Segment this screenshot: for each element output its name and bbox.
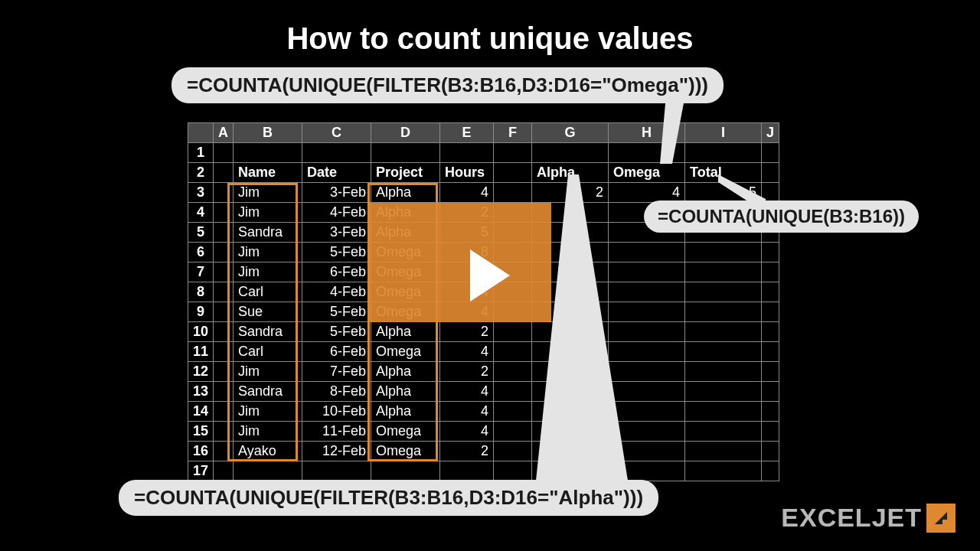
header-name[interactable]: Name [234, 163, 302, 183]
cell[interactable] [685, 461, 762, 481]
row-header[interactable]: 12 [188, 362, 214, 382]
cell-date[interactable]: 4-Feb [302, 203, 371, 223]
cell-date[interactable]: 6-Feb [302, 342, 371, 362]
row-header[interactable]: 9 [188, 302, 214, 322]
table-row[interactable]: 16 Ayako 12-Feb Omega 2 [188, 442, 779, 461]
cell-hours[interactable]: 2 [440, 362, 494, 382]
cell-total[interactable] [685, 342, 762, 362]
cell[interactable] [302, 143, 371, 163]
row-header[interactable]: 3 [188, 183, 214, 203]
row-header[interactable]: 17 [188, 461, 214, 481]
cell-project[interactable]: Alpha [371, 362, 440, 382]
cell[interactable] [494, 382, 532, 402]
cell[interactable] [494, 342, 532, 362]
cell-date[interactable]: 11-Feb [302, 422, 371, 442]
cell-date[interactable]: 3-Feb [302, 223, 371, 243]
cell[interactable] [214, 362, 234, 382]
cell-total[interactable] [685, 322, 762, 342]
cell-project[interactable]: Omega [371, 422, 440, 442]
cell[interactable] [371, 461, 440, 481]
cell[interactable] [494, 183, 532, 203]
row-header[interactable]: 1 [188, 143, 214, 163]
cell[interactable] [234, 143, 302, 163]
col-header-b[interactable]: B [234, 123, 302, 143]
cell[interactable] [440, 461, 494, 481]
cell[interactable] [762, 262, 779, 282]
cell-date[interactable]: 10-Feb [302, 402, 371, 422]
row-header[interactable]: 15 [188, 422, 214, 442]
table-row[interactable]: 13 Sandra 8-Feb Alpha 4 [188, 382, 779, 402]
cell-name[interactable]: Carl [234, 282, 302, 302]
cell-name[interactable]: Jim [234, 243, 302, 262]
col-header-e[interactable]: E [440, 123, 494, 143]
cell-total[interactable] [685, 422, 762, 442]
cell-hours[interactable]: 4 [440, 422, 494, 442]
table-row[interactable]: 12 Jim 7-Feb Alpha 2 [188, 362, 779, 382]
table-row[interactable]: 3 Jim 3-Feb Alpha 4 2 4 5 [188, 183, 779, 203]
cell-date[interactable]: 8-Feb [302, 382, 371, 402]
cell[interactable] [494, 442, 532, 461]
col-header-i[interactable]: I [685, 123, 762, 143]
cell[interactable] [371, 143, 440, 163]
col-header-a[interactable]: A [214, 123, 234, 143]
cell[interactable] [762, 282, 779, 302]
cell-date[interactable]: 5-Feb [302, 302, 371, 322]
cell[interactable] [762, 143, 779, 163]
cell-name[interactable]: Jim [234, 203, 302, 223]
table-row[interactable]: 10 Sandra 5-Feb Alpha 2 [188, 322, 779, 342]
cell-project[interactable]: Alpha [371, 382, 440, 402]
cell-hours[interactable]: 4 [440, 183, 494, 203]
cell-hours[interactable]: 4 [440, 342, 494, 362]
cell[interactable] [214, 282, 234, 302]
cell[interactable] [214, 183, 234, 203]
cell-name[interactable]: Jim [234, 183, 302, 203]
cell-name[interactable]: Sandra [234, 223, 302, 243]
table-row[interactable]: 1 [188, 143, 779, 163]
row-header[interactable]: 4 [188, 203, 214, 223]
cell-name[interactable]: Jim [234, 362, 302, 382]
cell-project[interactable]: Alpha [371, 322, 440, 342]
cell[interactable] [494, 143, 532, 163]
cell-date[interactable]: 12-Feb [302, 442, 371, 461]
cell-total[interactable] [685, 302, 762, 322]
cell[interactable] [762, 342, 779, 362]
cell[interactable] [214, 143, 234, 163]
cell[interactable] [214, 163, 234, 183]
cell[interactable] [214, 322, 234, 342]
cell-name[interactable]: Jim [234, 422, 302, 442]
row-header[interactable]: 14 [188, 402, 214, 422]
row-header[interactable]: 5 [188, 223, 214, 243]
cell-total[interactable] [685, 243, 762, 262]
cell-date[interactable]: 6-Feb [302, 262, 371, 282]
table-row[interactable]: 14 Jim 10-Feb Alpha 4 [188, 402, 779, 422]
cell[interactable] [214, 402, 234, 422]
col-header-c[interactable]: C [302, 123, 371, 143]
cell[interactable] [302, 461, 371, 481]
cell-name[interactable]: Ayako [234, 442, 302, 461]
cell[interactable] [532, 143, 609, 163]
row-header[interactable]: 13 [188, 382, 214, 402]
cell[interactable] [762, 243, 779, 262]
cell[interactable] [685, 143, 762, 163]
row-header[interactable]: 8 [188, 282, 214, 302]
cell-total[interactable] [685, 362, 762, 382]
cell[interactable] [214, 302, 234, 322]
cell[interactable] [214, 442, 234, 461]
cell[interactable] [762, 322, 779, 342]
cell-date[interactable]: 5-Feb [302, 322, 371, 342]
row-header[interactable]: 7 [188, 262, 214, 282]
cell[interactable] [762, 382, 779, 402]
cell[interactable] [494, 422, 532, 442]
row-header[interactable]: 16 [188, 442, 214, 461]
cell[interactable] [494, 163, 532, 183]
table-row[interactable]: 15 Jim 11-Feb Omega 4 [188, 422, 779, 442]
cell-total[interactable] [685, 402, 762, 422]
cell-name[interactable]: Sue [234, 302, 302, 322]
header-date[interactable]: Date [302, 163, 371, 183]
cell[interactable] [762, 461, 779, 481]
cell[interactable] [234, 461, 302, 481]
play-button[interactable] [470, 249, 510, 302]
header-hours[interactable]: Hours [440, 163, 494, 183]
table-row[interactable]: 11 Carl 6-Feb Omega 4 [188, 342, 779, 362]
cell-project[interactable]: Omega [371, 442, 440, 461]
